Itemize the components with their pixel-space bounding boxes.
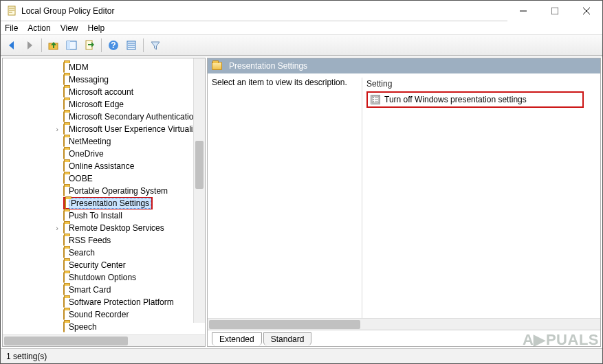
- tree-item-label: Presentation Settings: [69, 198, 151, 209]
- chevron-right-icon[interactable]: ›: [52, 125, 62, 133]
- titlebar: Local Group Policy Editor: [1, 1, 602, 21]
- up-folder-button[interactable]: [45, 37, 62, 54]
- forward-button[interactable]: [21, 37, 38, 54]
- maximize-button[interactable]: [539, 1, 571, 21]
- tree-item-label: Remote Desktop Services: [67, 223, 166, 233]
- folder-icon: [63, 173, 65, 184]
- menu-view[interactable]: View: [61, 23, 78, 33]
- chevron-right-icon[interactable]: ›: [52, 224, 62, 232]
- svg-text:?: ?: [111, 41, 116, 50]
- properties-button[interactable]: [123, 37, 140, 54]
- folder-icon: [63, 235, 65, 246]
- folder-icon: [63, 62, 65, 73]
- close-button[interactable]: [571, 1, 602, 21]
- folder-icon: [63, 87, 65, 98]
- help-button[interactable]: ?: [105, 37, 122, 54]
- tree-item[interactable]: OneDrive: [3, 148, 205, 160]
- svg-point-11: [373, 99, 374, 100]
- tree-item[interactable]: Sound Recorder: [3, 308, 205, 321]
- tree-vertical-scroll-thumb[interactable]: [195, 141, 204, 189]
- folder-icon: [212, 62, 222, 70]
- tree-item[interactable]: Presentation Settings: [3, 197, 205, 209]
- settings-column-header: Setting: [366, 78, 600, 91]
- folder-icon: [63, 247, 65, 258]
- detail-body: Select an item to view its description. …: [208, 73, 600, 318]
- settings-column: Setting Turn off Windows presentation se…: [362, 78, 600, 318]
- tree-item[interactable]: NetMeeting: [3, 135, 205, 148]
- filter-button[interactable]: [147, 37, 164, 54]
- policy-icon: [371, 95, 380, 104]
- tree-item[interactable]: ›Microsoft User Experience Virtualiz: [3, 123, 205, 135]
- tree-item-label: Shutdown Options: [67, 273, 138, 282]
- tree-item[interactable]: ›Remote Desktop Services: [3, 222, 205, 234]
- tree-item[interactable]: Online Assistance: [3, 160, 205, 172]
- tree-item-label: Smart Card: [67, 285, 112, 295]
- minimize-button[interactable]: [507, 1, 539, 21]
- tree-item-label: RSS Feeds: [67, 236, 112, 245]
- tree-item[interactable]: OOBE: [3, 172, 205, 185]
- tree-item-label: Messaging: [67, 75, 110, 84]
- tree-horizontal-scrollbar[interactable]: [3, 334, 205, 346]
- detail-header-title: Presentation Settings: [229, 61, 307, 71]
- tree-item-label: Microsoft account: [67, 87, 135, 97]
- menu-help[interactable]: Help: [88, 23, 105, 33]
- show-hide-tree-button[interactable]: [63, 37, 80, 54]
- tree-list: MDMMessagingMicrosoft accountMicrosoft E…: [3, 58, 205, 333]
- tab-extended[interactable]: Extended: [212, 332, 262, 345]
- folder-icon: [63, 297, 65, 308]
- details-pane: Presentation Settings Select an item to …: [207, 58, 601, 347]
- folder-icon: [63, 309, 65, 320]
- setting-row[interactable]: Turn off Windows presentation settings: [366, 91, 584, 108]
- tree-item[interactable]: Shutdown Options: [3, 271, 205, 284]
- folder-icon: [63, 223, 65, 234]
- tree-item-label: Push To Install: [67, 211, 124, 220]
- tree-vertical-scrollbar[interactable]: [193, 58, 205, 323]
- tree-item[interactable]: Smart Card: [3, 284, 205, 296]
- tree-item[interactable]: Microsoft Edge: [3, 98, 205, 111]
- tree-item[interactable]: Speech: [3, 321, 205, 333]
- tab-strip: Extended Standard: [208, 330, 600, 346]
- tree-item-label: Microsoft Secondary Authentication: [67, 112, 199, 122]
- folder-icon: [65, 198, 66, 209]
- tree-pane: MDMMessagingMicrosoft accountMicrosoft E…: [2, 58, 206, 347]
- tree-item[interactable]: Microsoft account: [3, 86, 205, 98]
- detail-horizontal-scrollbar[interactable]: [208, 318, 600, 330]
- tree-item[interactable]: MDM: [3, 61, 205, 73]
- detail-header: Presentation Settings: [208, 58, 600, 73]
- tree-item[interactable]: Messaging: [3, 73, 205, 86]
- tree-horizontal-scroll-thumb[interactable]: [4, 337, 128, 345]
- export-button[interactable]: [81, 37, 98, 54]
- back-button[interactable]: [3, 37, 20, 54]
- tab-standard[interactable]: Standard: [263, 332, 312, 345]
- folder-icon: [63, 136, 65, 147]
- setting-label: Turn off Windows presentation settings: [384, 95, 527, 104]
- svg-rect-4: [67, 41, 70, 49]
- toolbar-separator: [143, 38, 144, 52]
- menubar: File Action View Help: [1, 21, 602, 35]
- tree-item-label: Microsoft Edge: [67, 100, 125, 109]
- statusbar: 1 setting(s): [1, 348, 602, 363]
- detail-horizontal-scroll-thumb[interactable]: [209, 320, 360, 329]
- content-area: MDMMessagingMicrosoft accountMicrosoft E…: [1, 56, 602, 348]
- tree-item[interactable]: Search: [3, 247, 205, 259]
- folder-icon: [63, 74, 65, 85]
- menu-file[interactable]: File: [5, 23, 18, 33]
- folder-icon: [63, 148, 65, 159]
- tree-item[interactable]: Microsoft Secondary Authentication: [3, 111, 205, 123]
- toolbar-separator: [101, 38, 102, 52]
- menu-action[interactable]: Action: [28, 23, 50, 33]
- tree-item[interactable]: Portable Operating System: [3, 185, 205, 197]
- tree-item[interactable]: Push To Install: [3, 209, 205, 222]
- tree-item-label: Portable Operating System: [67, 186, 169, 196]
- folder-icon: [63, 161, 65, 172]
- svg-point-10: [373, 97, 374, 98]
- tree-item-label: Online Assistance: [67, 161, 135, 171]
- tree-item-label: Microsoft User Experience Virtualiz: [67, 124, 199, 134]
- tree-item[interactable]: Security Center: [3, 259, 205, 271]
- tree-item[interactable]: Software Protection Platform: [3, 296, 205, 308]
- tree-item[interactable]: RSS Feeds: [3, 234, 205, 247]
- folder-icon: [63, 99, 65, 110]
- tree-item-label: NetMeeting: [67, 137, 112, 146]
- tree-item-label: MDM: [67, 62, 90, 72]
- tree-item-label: Sound Recorder: [67, 310, 130, 319]
